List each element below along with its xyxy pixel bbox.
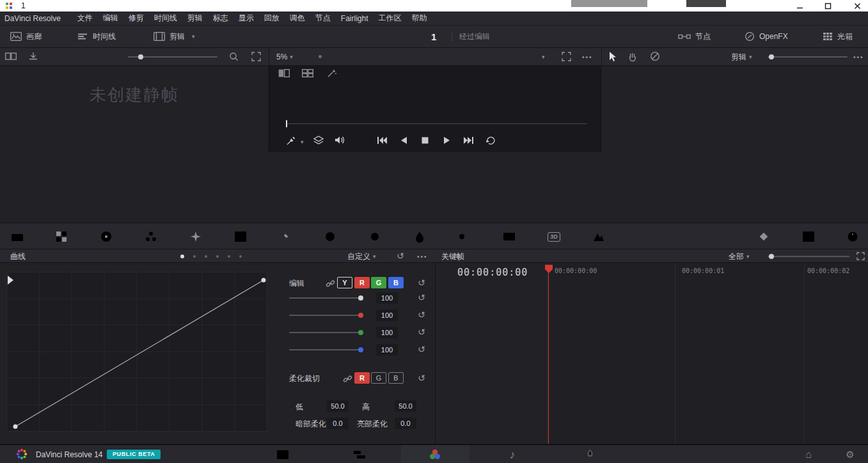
curves-reset-button[interactable]: ↺ bbox=[397, 251, 404, 260]
channel-r-button[interactable]: R bbox=[354, 277, 370, 288]
curves-icon[interactable] bbox=[232, 228, 249, 246]
menu-help[interactable]: 帮助 bbox=[407, 13, 432, 24]
lightbox-button[interactable]: 光箱 bbox=[823, 26, 853, 47]
eyedropper-icon[interactable] bbox=[286, 136, 296, 146]
media-page-icon[interactable] bbox=[275, 447, 290, 462]
luma-gain-value[interactable]: 100 bbox=[376, 292, 398, 304]
menu-workspace[interactable]: 工作区 bbox=[374, 13, 407, 24]
keyframes-zoom-slider[interactable] bbox=[768, 256, 849, 257]
fit-viewer-icon[interactable] bbox=[562, 52, 571, 61]
chevron-down-icon[interactable]: ▾ bbox=[301, 139, 304, 145]
slider-thumb[interactable] bbox=[358, 330, 363, 335]
curve-editor[interactable] bbox=[6, 272, 267, 432]
loop-icon[interactable] bbox=[485, 136, 496, 145]
dual-screen-icon[interactable] bbox=[5, 52, 17, 61]
play-icon[interactable] bbox=[443, 136, 451, 145]
viewer-zoom-select[interactable]: 5% ▾ bbox=[276, 51, 293, 63]
deliver-page-icon[interactable] bbox=[581, 447, 596, 462]
menu-appname[interactable]: DaVinci Resolve bbox=[0, 14, 66, 23]
viewer-scrubber[interactable] bbox=[287, 123, 587, 124]
menu-fairlight[interactable]: Fairlight bbox=[336, 14, 374, 23]
low-value-field[interactable]: 50.0 bbox=[327, 400, 349, 412]
timeline-options-menu[interactable]: ••• bbox=[853, 54, 864, 61]
thumbnail-zoom-slider[interactable] bbox=[768, 56, 848, 58]
grid-view-icon[interactable] bbox=[302, 69, 313, 77]
pagination-dot[interactable] bbox=[180, 255, 184, 258]
search-icon[interactable] bbox=[229, 52, 239, 61]
menu-trim[interactable]: 修剪 bbox=[123, 13, 149, 24]
sizing-icon[interactable] bbox=[500, 228, 518, 246]
slider-thumb[interactable] bbox=[358, 295, 363, 301]
pagination-dot[interactable] bbox=[228, 255, 230, 258]
slider-thumb[interactable] bbox=[769, 54, 774, 59]
shadow-soft-field[interactable]: 0.0 bbox=[327, 418, 349, 429]
slider-thumb[interactable] bbox=[769, 254, 774, 259]
layers-icon[interactable] bbox=[313, 135, 324, 146]
blue-gain-value[interactable]: 100 bbox=[376, 344, 398, 356]
channel-g-button[interactable]: G bbox=[371, 277, 386, 288]
link-channels-icon[interactable] bbox=[343, 374, 352, 384]
tracker-icon[interactable] bbox=[366, 228, 384, 246]
grab-still-icon[interactable] bbox=[28, 52, 38, 61]
softclip-reset-button[interactable]: ↺ bbox=[418, 373, 425, 382]
clips-toggle-button[interactable]: 剪辑 ▾ bbox=[154, 26, 195, 47]
color-match-icon[interactable] bbox=[52, 228, 70, 246]
key-icon[interactable] bbox=[455, 228, 473, 246]
fairlight-page-icon[interactable]: ♪ bbox=[505, 447, 520, 462]
red-gain-slider[interactable] bbox=[289, 315, 361, 316]
timeline-playhead-handle[interactable] bbox=[545, 265, 553, 273]
maximize-button[interactable] bbox=[816, 0, 839, 12]
menu-color[interactable]: 调色 bbox=[285, 13, 310, 24]
menu-mark[interactable]: 标志 bbox=[208, 13, 233, 24]
nodes-panel-button[interactable]: 节点 bbox=[678, 26, 711, 47]
info-icon[interactable] bbox=[844, 228, 862, 246]
viewer-options-menu[interactable]: ••• bbox=[582, 54, 593, 61]
pagination-dot[interactable] bbox=[193, 255, 196, 258]
red-gain-value[interactable]: 100 bbox=[376, 310, 398, 321]
pagination-dot[interactable] bbox=[216, 255, 219, 258]
power-window-icon[interactable] bbox=[321, 228, 339, 246]
split-screen-icon[interactable] bbox=[278, 69, 290, 77]
blue-gain-slider[interactable] bbox=[289, 349, 361, 350]
camera-raw-icon[interactable] bbox=[8, 228, 26, 246]
pagination-dot[interactable] bbox=[205, 255, 207, 258]
play-reverse-icon[interactable] bbox=[400, 136, 408, 145]
high-value-field[interactable]: 50.0 bbox=[395, 400, 416, 412]
openfx-panel-button[interactable]: OpenFX bbox=[745, 26, 788, 47]
clip-name-dropdown[interactable]: ▾ bbox=[310, 51, 547, 63]
color-page-icon[interactable] bbox=[427, 447, 443, 462]
softclip-r-button[interactable]: R bbox=[354, 372, 370, 384]
stop-icon[interactable] bbox=[422, 137, 429, 144]
enhanced-viewer-wand-icon[interactable] bbox=[326, 68, 337, 78]
edit-reset-button[interactable]: ↺ bbox=[418, 278, 425, 287]
scopes-icon[interactable] bbox=[800, 228, 817, 246]
edit-page-icon[interactable] bbox=[352, 447, 367, 462]
menu-nodes[interactable]: 节点 bbox=[310, 13, 336, 24]
pointer-tool-icon[interactable] bbox=[608, 51, 617, 62]
gallery-toggle-button[interactable]: 画廊 bbox=[10, 26, 42, 47]
menu-playback[interactable]: 回放 bbox=[259, 13, 285, 24]
menu-timeline[interactable]: 时间线 bbox=[149, 13, 182, 24]
close-button[interactable] bbox=[846, 0, 868, 12]
minimize-button[interactable] bbox=[788, 0, 811, 12]
curves-options-menu[interactable]: ••• bbox=[417, 253, 428, 260]
color-wheels-icon[interactable] bbox=[97, 228, 115, 246]
red-reset-button[interactable]: ↺ bbox=[418, 310, 425, 319]
expand-gallery-icon[interactable] bbox=[251, 52, 261, 61]
timeline-playhead-line[interactable] bbox=[548, 265, 549, 444]
gallery-zoom-slider[interactable] bbox=[128, 56, 217, 58]
pagination-dot[interactable] bbox=[239, 255, 242, 258]
menu-clip[interactable]: 剪辑 bbox=[182, 13, 208, 24]
link-channels-icon[interactable] bbox=[326, 279, 335, 288]
highlight-soft-field[interactable]: 0.0 bbox=[395, 418, 416, 429]
skip-start-icon[interactable] bbox=[377, 136, 388, 145]
bypass-grades-icon[interactable] bbox=[650, 51, 660, 61]
softclip-b-button[interactable]: B bbox=[388, 372, 404, 384]
luma-reset-button[interactable]: ↺ bbox=[418, 293, 425, 302]
channel-y-button[interactable]: Y bbox=[337, 277, 352, 288]
slider-thumb[interactable] bbox=[358, 347, 363, 352]
scrubber-playhead[interactable] bbox=[286, 120, 287, 127]
green-gain-value[interactable]: 100 bbox=[376, 327, 398, 338]
qualifier-icon[interactable] bbox=[276, 228, 294, 246]
channel-b-button[interactable]: B bbox=[388, 277, 404, 288]
